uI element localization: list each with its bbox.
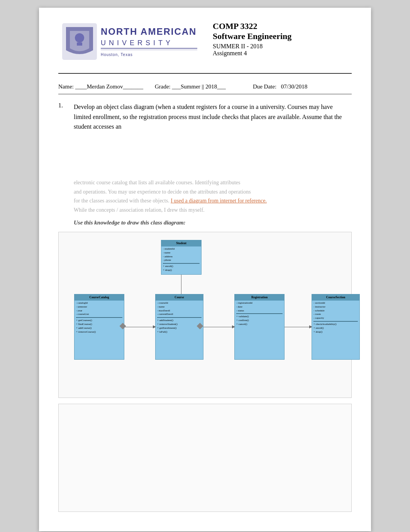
- arrow-3: [309, 325, 312, 328]
- course-info: COMP 3322 Software Engineering SUMMER II…: [213, 19, 291, 57]
- logo-area: NORTH AMERICAN UNIVERSITY Houston, Texas: [58, 19, 205, 67]
- uml-box-course-catalog: CourseCatalog - catalogId - semester - y…: [74, 294, 124, 360]
- page-header: NORTH AMERICAN UNIVERSITY Houston, Texas…: [58, 19, 352, 74]
- name-label: Name: ____Merdan Zomov_______: [58, 83, 143, 90]
- uml-diagram: Student - studentId - name - address - p…: [58, 232, 352, 398]
- course-name: Software Engineering: [213, 31, 291, 41]
- svg-text:NORTH AMERICAN: NORTH AMERICAN: [101, 26, 197, 37]
- question-number: 1.: [58, 102, 70, 132]
- svg-point-1: [75, 33, 84, 42]
- question-1: 1. Develop an object class diagram (when…: [58, 102, 352, 132]
- arrow-2: [232, 325, 235, 328]
- connector-h2: [203, 327, 234, 327]
- arrow-1: [153, 325, 156, 328]
- blurred-paragraph-1: electronic course catalog that lists all…: [74, 178, 352, 215]
- uml-box-registration: Registration - registrationId - date - s…: [234, 294, 285, 360]
- course-assignment: Assignment 4: [213, 50, 291, 57]
- svg-rect-2: [77, 42, 82, 46]
- reference-link: I used a diagram from internet for refer…: [171, 198, 267, 204]
- document-page: NORTH AMERICAN UNIVERSITY Houston, Texas…: [39, 8, 371, 531]
- grade-label: Grade: ___Summer || 2018___: [155, 83, 226, 90]
- svg-text:Houston, Texas: Houston, Texas: [101, 53, 133, 57]
- question-text: Develop an object class diagram (when a …: [74, 102, 352, 132]
- connector-h1: [124, 327, 155, 327]
- course-semester: SUMMER II - 2018: [213, 43, 291, 50]
- course-code: COMP 3322: [213, 21, 291, 31]
- uml-box-course-section: CourseSection - sectionId - instructor -…: [312, 294, 360, 360]
- question-section: 1. Develop an object class diagram (when…: [58, 102, 352, 512]
- connector-v1: [181, 275, 181, 294]
- student-info-bar: Name: ____Merdan Zomov_______ Grade: ___…: [58, 83, 352, 94]
- connector-h3: [285, 327, 312, 327]
- svg-text:UNIVERSITY: UNIVERSITY: [101, 39, 173, 47]
- diagram-continuation: [58, 404, 352, 512]
- diagram-instruction: Use this knowledge to draw this class di…: [74, 219, 352, 226]
- uml-box-course: Course - courseId - name - maxEnroll - c…: [155, 294, 203, 360]
- uml-box-student: Student - studentId - name - address - p…: [161, 240, 202, 275]
- due-date-label: Due Date: 07/30/2018: [253, 83, 307, 90]
